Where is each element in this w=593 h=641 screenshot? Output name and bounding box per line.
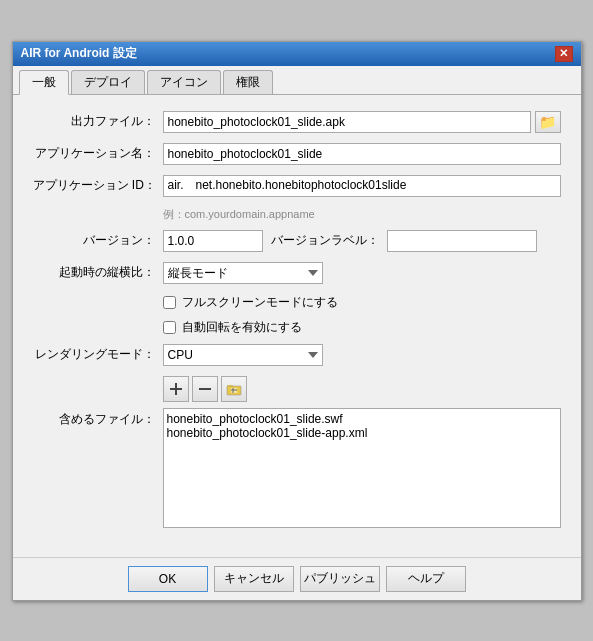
aspect-row: 起動時の縦横比： 縦長モード 横長モード 自動 — [33, 262, 561, 284]
version-field: バージョンラベル： — [163, 230, 561, 252]
close-button[interactable]: ✕ — [555, 46, 573, 62]
folder-file-button[interactable] — [221, 376, 247, 402]
fullscreen-checkbox[interactable] — [163, 296, 176, 309]
file-list-wrapper: honebito_photoclock01_slide.swf honebito… — [163, 408, 561, 531]
file-btn-row — [163, 376, 561, 402]
output-file-row: 出力ファイル： 📁 — [33, 111, 561, 133]
aspect-field: 縦長モード 横長モード 自動 — [163, 262, 561, 284]
svg-rect-1 — [170, 388, 182, 390]
version-row: バージョン： バージョンラベル： — [33, 230, 561, 252]
main-window: AIR for Android 設定 ✕ 一般 デプロイ アイコン 権限 出力フ… — [12, 41, 582, 601]
footer: OK キャンセル パブリッシュ ヘルプ — [13, 557, 581, 600]
aspect-select[interactable]: 縦長モード 横長モード 自動 — [163, 262, 323, 284]
fullscreen-label: フルスクリーンモードにする — [182, 294, 338, 311]
version-label-label: バージョンラベル： — [271, 232, 379, 249]
folder-icon — [226, 382, 242, 396]
tab-permissions[interactable]: 権限 — [223, 70, 273, 94]
remove-file-button[interactable] — [192, 376, 218, 402]
version-label: バージョン： — [33, 232, 163, 249]
version-label-input[interactable] — [387, 230, 537, 252]
svg-rect-4 — [227, 385, 233, 388]
app-id-label: アプリケーション ID： — [33, 177, 163, 194]
tab-content: 出力ファイル： 📁 アプリケーション名： アプリケーション ID： 例：com.… — [13, 95, 581, 557]
output-file-field: 📁 — [163, 111, 561, 133]
rendering-select[interactable]: CPU GPU 自動 — [163, 344, 323, 366]
plus-icon — [169, 382, 183, 396]
app-id-input[interactable] — [163, 175, 561, 197]
publish-button[interactable]: パブリッシュ — [300, 566, 380, 592]
app-id-field — [163, 175, 561, 197]
ok-button[interactable]: OK — [128, 566, 208, 592]
svg-rect-2 — [199, 388, 211, 390]
browse-button[interactable]: 📁 — [535, 111, 561, 133]
aspect-label: 起動時の縦横比： — [33, 264, 163, 281]
app-name-label: アプリケーション名： — [33, 145, 163, 162]
tab-general[interactable]: 一般 — [19, 70, 69, 95]
tab-icon[interactable]: アイコン — [147, 70, 221, 94]
tab-deploy[interactable]: デプロイ — [71, 70, 145, 94]
version-input[interactable] — [163, 230, 263, 252]
version-inputs: バージョンラベル： — [163, 230, 537, 252]
app-name-input[interactable] — [163, 143, 561, 165]
titlebar: AIR for Android 設定 ✕ — [13, 42, 581, 66]
output-file-input[interactable] — [163, 111, 531, 133]
app-name-row: アプリケーション名： — [33, 143, 561, 165]
autorotate-label: 自動回転を有効にする — [182, 319, 302, 336]
autorotate-row: 自動回転を有効にする — [163, 319, 561, 336]
app-name-field — [163, 143, 561, 165]
autorotate-checkbox[interactable] — [163, 321, 176, 334]
rendering-row: レンダリングモード： CPU GPU 自動 — [33, 344, 561, 366]
output-file-label: 出力ファイル： — [33, 113, 163, 130]
fullscreen-row: フルスクリーンモードにする — [163, 294, 561, 311]
files-label: 含めるファイル： — [33, 408, 163, 428]
tab-bar: 一般 デプロイ アイコン 権限 — [13, 66, 581, 95]
file-list-textarea[interactable]: honebito_photoclock01_slide.swf honebito… — [163, 408, 561, 528]
rendering-label: レンダリングモード： — [33, 346, 163, 363]
help-button[interactable]: ヘルプ — [386, 566, 466, 592]
files-row: 含めるファイル： honebito_photoclock01_slide.swf… — [33, 408, 561, 531]
cancel-button[interactable]: キャンセル — [214, 566, 294, 592]
window-title: AIR for Android 設定 — [21, 45, 137, 62]
minus-icon — [198, 382, 212, 396]
rendering-field: CPU GPU 自動 — [163, 344, 561, 366]
app-id-row: アプリケーション ID： — [33, 175, 561, 197]
add-file-button[interactable] — [163, 376, 189, 402]
app-id-hint: 例：com.yourdomain.appname — [163, 207, 561, 222]
